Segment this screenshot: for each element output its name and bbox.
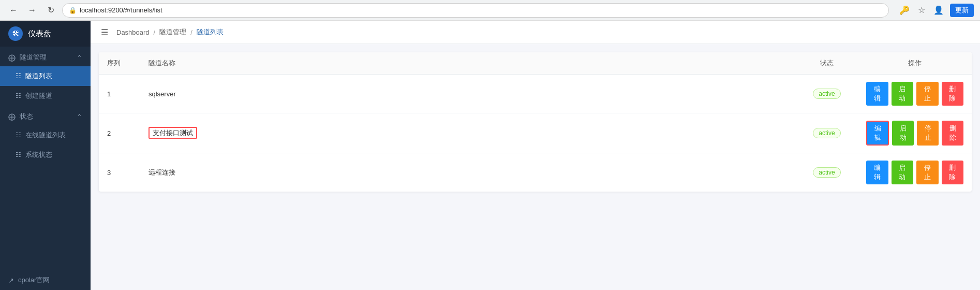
row2-actions: 编辑 启动 停止 删除 bbox=[858, 113, 972, 153]
sidebar-section-tunnel-mgmt[interactable]: ⨁ 隧道管理 ⌃ bbox=[0, 47, 91, 66]
table-area: 序列 隧道名称 状态 操作 1 sqlserver bbox=[91, 44, 980, 290]
ext-link-label: cpolar官网 bbox=[18, 276, 50, 285]
col-header-index: 序列 bbox=[99, 52, 140, 75]
edit-button-3[interactable]: 编辑 bbox=[866, 161, 888, 184]
row3-status: active bbox=[796, 153, 858, 192]
row3-index: 3 bbox=[99, 153, 140, 192]
row3-tunnel-name: 远程连接 bbox=[140, 153, 796, 192]
menu-icon[interactable]: ☰ bbox=[101, 27, 108, 37]
row2-status: active bbox=[796, 113, 858, 153]
stop-button-2[interactable]: 停止 bbox=[917, 121, 939, 146]
delete-button-2[interactable]: 删除 bbox=[942, 121, 963, 146]
sidebar-logo: 🛠 仪表盘 bbox=[0, 21, 91, 47]
sidebar-section-status[interactable]: ⨁ 状态 ⌃ bbox=[0, 106, 91, 125]
create-tunnel-label: 创建隧道 bbox=[25, 91, 52, 100]
breadcrumb-sep-1: / bbox=[154, 28, 156, 36]
logo-text: 仪表盘 bbox=[28, 29, 51, 39]
row2-tunnel-name: 支付接口测试 bbox=[140, 113, 796, 153]
highlighted-tunnel-name: 支付接口测试 bbox=[149, 127, 197, 139]
section-left: ⨁ 隧道管理 bbox=[8, 53, 47, 62]
tunnels-table: 序列 隧道名称 状态 操作 1 sqlserver bbox=[99, 52, 972, 192]
sidebar-ext-link[interactable]: ↗ cpolar官网 bbox=[0, 270, 91, 290]
row2-index: 2 bbox=[99, 113, 140, 153]
plus-circle-icon-status: ⨁ bbox=[8, 112, 16, 121]
section-left-status: ⨁ 状态 bbox=[8, 112, 33, 121]
status-badge-3: active bbox=[813, 167, 840, 178]
grid-icon-create-tunnel: ☷ bbox=[16, 92, 21, 99]
row3-actions: 编辑 启动 停止 删除 bbox=[858, 153, 972, 192]
profile-icon[interactable]: 👤 bbox=[931, 3, 946, 17]
breadcrumb-bar: ☰ Dashboard / 隧道管理 / 隧道列表 bbox=[91, 21, 980, 44]
start-button-2[interactable]: 启动 bbox=[892, 121, 914, 146]
edit-button-1[interactable]: 编辑 bbox=[866, 82, 888, 106]
row1-status: active bbox=[796, 75, 858, 113]
edit-button-2-highlighted[interactable]: 编辑 bbox=[866, 121, 889, 146]
table-container: 序列 隧道名称 状态 操作 1 sqlserver bbox=[99, 52, 972, 192]
grid-icon-online: ☷ bbox=[16, 132, 21, 139]
breadcrumb-sep-2: / bbox=[190, 28, 192, 36]
system-status-label: 系统状态 bbox=[25, 150, 52, 160]
chevron-up-icon: ⌃ bbox=[77, 54, 82, 62]
key-icon[interactable]: 🔑 bbox=[897, 3, 912, 17]
url-text: localhost:9200/#/tunnels/list bbox=[80, 6, 162, 14]
delete-button-1[interactable]: 删除 bbox=[942, 82, 964, 106]
action-group-3: 编辑 启动 停止 删除 bbox=[866, 161, 963, 184]
start-button-1[interactable]: 启动 bbox=[892, 82, 914, 106]
table-row: 1 sqlserver active 编辑 启动 bbox=[99, 75, 972, 113]
reload-button[interactable]: ↻ bbox=[43, 3, 58, 18]
table-row: 3 远程连接 active 编辑 启动 停止 bbox=[99, 153, 972, 192]
update-button[interactable]: 更新 bbox=[950, 4, 974, 17]
plus-circle-icon: ⨁ bbox=[8, 53, 16, 62]
row1-index: 1 bbox=[99, 75, 140, 113]
tunnel-list-label: 隧道列表 bbox=[25, 71, 52, 81]
table-header: 序列 隧道名称 状态 操作 bbox=[99, 52, 972, 75]
row1-actions: 编辑 启动 停止 删除 bbox=[858, 75, 972, 113]
sidebar-item-create-tunnel[interactable]: ☷ 创建隧道 bbox=[0, 86, 91, 106]
breadcrumb-tunnel-list[interactable]: 隧道列表 bbox=[197, 27, 224, 37]
lock-icon: 🔒 bbox=[69, 7, 77, 14]
row1-tunnel-name: sqlserver bbox=[140, 75, 796, 113]
start-button-3[interactable]: 启动 bbox=[892, 161, 914, 184]
app-layout: 🛠 仪表盘 ⨁ 隧道管理 ⌃ ☷ 隧道列表 ☷ 创建隧道 ⨁ 状态 ⌃ bbox=[0, 21, 980, 290]
sidebar-item-online-tunnels[interactable]: ☷ 在线隧道列表 bbox=[0, 125, 91, 145]
col-header-status: 状态 bbox=[796, 52, 858, 75]
grid-icon-system: ☷ bbox=[16, 151, 21, 158]
address-bar[interactable]: 🔒 localhost:9200/#/tunnels/list bbox=[62, 3, 889, 18]
browser-actions: 🔑 ☆ 👤 更新 bbox=[897, 3, 974, 17]
back-button[interactable]: ← bbox=[6, 3, 21, 18]
online-tunnels-label: 在线隧道列表 bbox=[25, 130, 66, 140]
action-group-1: 编辑 启动 停止 删除 bbox=[866, 82, 963, 106]
col-header-actions: 操作 bbox=[858, 52, 972, 75]
chevron-up-icon-status: ⌃ bbox=[77, 113, 82, 121]
main-content: ☰ Dashboard / 隧道管理 / 隧道列表 序列 隧道名称 状态 操作 bbox=[91, 21, 980, 290]
forward-button[interactable]: → bbox=[25, 3, 39, 18]
browser-chrome: ← → ↻ 🔒 localhost:9200/#/tunnels/list 🔑 … bbox=[0, 0, 980, 21]
star-icon[interactable]: ☆ bbox=[916, 3, 927, 17]
breadcrumb-dashboard[interactable]: Dashboard bbox=[116, 28, 150, 36]
section-status-label: 状态 bbox=[20, 112, 33, 121]
action-group-2: 编辑 启动 停止 删除 bbox=[866, 121, 963, 146]
stop-button-3[interactable]: 停止 bbox=[916, 161, 939, 184]
table-body: 1 sqlserver active 编辑 启动 bbox=[99, 75, 972, 192]
sidebar-item-tunnel-list[interactable]: ☷ 隧道列表 bbox=[0, 66, 91, 86]
sidebar-item-system-status[interactable]: ☷ 系统状态 bbox=[0, 145, 91, 165]
delete-button-3[interactable]: 删除 bbox=[942, 161, 964, 184]
stop-button-1[interactable]: 停止 bbox=[916, 82, 939, 106]
sidebar: 🛠 仪表盘 ⨁ 隧道管理 ⌃ ☷ 隧道列表 ☷ 创建隧道 ⨁ 状态 ⌃ bbox=[0, 21, 91, 290]
external-link-icon: ↗ bbox=[8, 277, 14, 284]
status-badge-2: active bbox=[813, 128, 840, 138]
breadcrumb-tunnel-mgmt[interactable]: 隧道管理 bbox=[159, 27, 186, 37]
section-tunnel-label: 隧道管理 bbox=[20, 53, 47, 62]
col-header-name: 隧道名称 bbox=[140, 52, 796, 75]
logo-icon: 🛠 bbox=[8, 26, 23, 41]
table-row: 2 支付接口测试 active 编辑 启动 bbox=[99, 113, 972, 153]
grid-icon-tunnel-list: ☷ bbox=[16, 72, 21, 80]
status-badge-1: active bbox=[813, 89, 840, 99]
sidebar-bottom: ↗ cpolar官网 bbox=[0, 270, 91, 290]
